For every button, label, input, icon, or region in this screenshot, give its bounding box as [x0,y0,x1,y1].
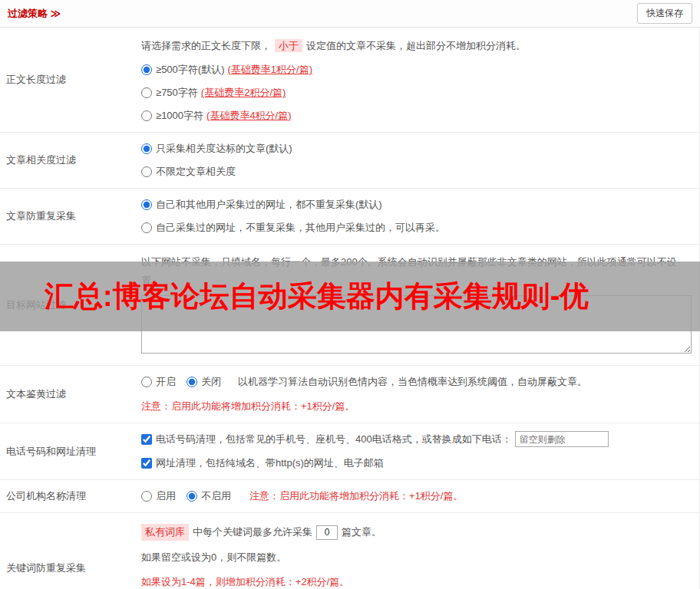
row-porn-filter: 文本鉴黄过滤 开启 关闭 以机器学习算法自动识别色情内容，当色情概率达到系统阈值… [0,366,699,423]
porn-filter-options: 开启 关闭 以机器学习算法自动识别色情内容，当色情概率达到系统阈值，自动屏蔽文章… [141,375,692,389]
option-text: 只采集相关度达标的文章(默认) [156,142,292,156]
page-title[interactable]: 过滤策略 ≫ [8,7,61,21]
keyword-line-2: 如果留空或设为0，则不限篇数。 [141,550,692,565]
row-phone-cleanup: 电话号码和网址清理 电话号码清理，包括常见的手机号、座机号、400电话格式，或替… [0,423,699,480]
option-text: ≥1000字符 [156,109,203,123]
keyword-dedup-label: 关键词防重复采集 [0,513,138,589]
row-company-cleanup: 公司机构名称清理 启用 不启用 注意：启用此功能将增加积分消耗：+1积分/篇。 [0,480,699,513]
porn-on-radio[interactable] [141,377,152,387]
porn-filter-on[interactable]: 开启 [141,375,176,389]
company-cleanup-options: 启用 不启用 注意：启用此功能将增加积分消耗：+1积分/篇。 [141,489,692,503]
company-cleanup-label: 公司机构名称清理 [0,480,138,512]
porn-filter-off[interactable]: 关闭 [187,375,221,389]
keyword-line-1-suffix: 篇文章。 [342,525,381,540]
company-enable-radio[interactable] [141,491,152,502]
content-length-content: 请选择需求的正文长度下限，小于设定值的文章不采集，超出部分不增加积分消耗。 ≥5… [138,28,699,132]
phone-cleanup-checkbox[interactable] [141,434,152,445]
dedup-option-self[interactable]: 自己采集过的网址，不重复采集，其他用户采集过的，可以再采。 [141,221,692,235]
phone-cleanup-option[interactable]: 电话号码清理，包括常见的手机号、座机号、400电话格式，或替换成如下电话： [141,431,692,447]
intro-highlight: 小于 [275,39,302,52]
porn-filter-desc: 以机器学习算法自动识别色情内容，当色情概率达到系统阈值，自动屏蔽文章。 [238,375,587,389]
option-text: 自己和其他用户采集过的网址，都不重复采集(默认) [156,198,382,212]
phone-replace-input[interactable] [515,431,609,447]
option-text: 不限定文章相关度 [156,165,236,179]
keyword-max-count-input[interactable] [316,525,338,540]
content-length-750-radio[interactable] [141,87,152,98]
content-length-option-500[interactable]: ≥500字符(默认) (基础费率1积分/篇) [141,63,692,77]
content-length-500-radio[interactable] [141,64,152,75]
row-relevance: 文章相关度过滤 只采集相关度达标的文章(默认) 不限定文章相关度 [0,133,699,189]
option-text: 关闭 [201,375,221,389]
row-content-length: 正文长度过滤 请选择需求的正文长度下限，小于设定值的文章不采集，超出部分不增加积… [0,28,699,133]
content-length-1000-radio[interactable] [141,110,152,121]
option-text: ≥500字符(默认) [156,63,224,77]
watermark-overlay: 汇总:博客论坛自动采集器内有采集规则-优 [0,262,700,331]
keyword-line-1-text: 中每个关键词最多允许采集 [193,525,312,540]
fee-note: (基础费率2积分/篇) [201,86,286,100]
url-cleanup-option[interactable]: 网址清理，包括纯域名、带http(s)的网址、电子邮箱 [141,456,692,470]
dedup-content: 自己和其他用户采集过的网址，都不重复采集(默认) 自己采集过的网址，不重复采集，… [138,189,699,244]
quick-save-button[interactable]: 快速保存 [637,3,692,24]
relevance-label: 文章相关度过滤 [0,133,138,188]
row-keyword-dedup: 关键词防重复采集 私有词库 中每个关键词最多允许采集 篇文章。 如果留空或设为0… [0,513,699,589]
relevance-option-unlimited[interactable]: 不限定文章相关度 [141,165,692,179]
dedup-all-radio[interactable] [141,199,152,210]
option-text: 自己采集过的网址，不重复采集，其他用户采集过的，可以再采。 [156,221,445,235]
fee-note: (基础费率1积分/篇) [227,63,312,77]
porn-filter-warning: 注意：启用此功能将增加积分消耗：+1积分/篇。 [141,400,692,413]
dedup-option-all[interactable]: 自己和其他用户采集过的网址，都不重复采集(默认) [141,198,692,212]
relevance-default-radio[interactable] [141,143,152,154]
company-enable-option[interactable]: 启用 [141,489,176,503]
relevance-unlimited-radio[interactable] [141,166,152,177]
option-text: 启用 [156,489,176,503]
porn-filter-content: 开启 关闭 以机器学习算法自动识别色情内容，当色情概率达到系统阈值，自动屏蔽文章… [138,366,699,423]
intro-post: 设定值的文章不采集，超出部分不增加积分消耗。 [306,40,526,51]
company-cleanup-warning: 注意：启用此功能将增加积分消耗：+1积分/篇。 [249,489,463,503]
keyword-dedup-content: 私有词库 中每个关键词最多允许采集 篇文章。 如果留空或设为0，则不限篇数。 如… [138,513,699,589]
option-text: 网址清理，包括纯域名、带http(s)的网址、电子邮箱 [156,456,384,470]
phone-cleanup-content: 电话号码清理，包括常见的手机号、座机号、400电话格式，或替换成如下电话： 网址… [138,423,699,479]
relevance-option-default[interactable]: 只采集相关度达标的文章(默认) [141,142,692,156]
dedup-self-radio[interactable] [141,222,152,233]
content-length-intro: 请选择需求的正文长度下限，小于设定值的文章不采集，超出部分不增加积分消耗。 [141,38,692,54]
relevance-content: 只采集相关度达标的文章(默认) 不限定文章相关度 [138,133,699,188]
phone-cleanup-label: 电话号码和网址清理 [0,423,138,479]
option-text: 不启用 [201,489,231,503]
topbar: 过滤策略 ≫ 快速保存 [0,0,700,28]
watermark-text: 汇总:博客论坛自动采集器内有采集规则-优 [45,277,589,316]
porn-filter-label: 文本鉴黄过滤 [0,366,138,423]
url-cleanup-checkbox[interactable] [141,458,152,469]
content-length-option-750[interactable]: ≥750字符 (基础费率2积分/篇) [141,86,692,100]
option-text: ≥750字符 [156,86,198,100]
content-length-label: 正文长度过滤 [0,28,138,132]
private-lexicon-highlight: 私有词库 [141,524,189,541]
company-cleanup-content: 启用 不启用 注意：启用此功能将增加积分消耗：+1积分/篇。 [138,480,699,512]
keyword-line-3: 如果设为1-4篇，则增加积分消耗：+2积分/篇。 [141,574,692,589]
row-dedup: 文章防重复采集 自己和其他用户采集过的网址，都不重复采集(默认) 自己采集过的网… [0,189,699,245]
keyword-line-1: 私有词库 中每个关键词最多允许采集 篇文章。 [141,524,692,541]
content-length-option-1000[interactable]: ≥1000字符 (基础费率4积分/篇) [141,109,692,123]
porn-off-radio[interactable] [187,377,197,387]
option-text: 开启 [156,375,176,389]
company-disable-radio[interactable] [187,491,197,502]
dedup-label: 文章防重复采集 [0,189,138,244]
fee-note: (基础费率4积分/篇) [206,109,292,123]
intro-pre: 请选择需求的正文长度下限， [141,40,271,51]
option-text: 电话号码清理，包括常见的手机号、座机号、400电话格式，或替换成如下电话： [156,433,512,446]
company-disable-option[interactable]: 不启用 [187,489,231,503]
